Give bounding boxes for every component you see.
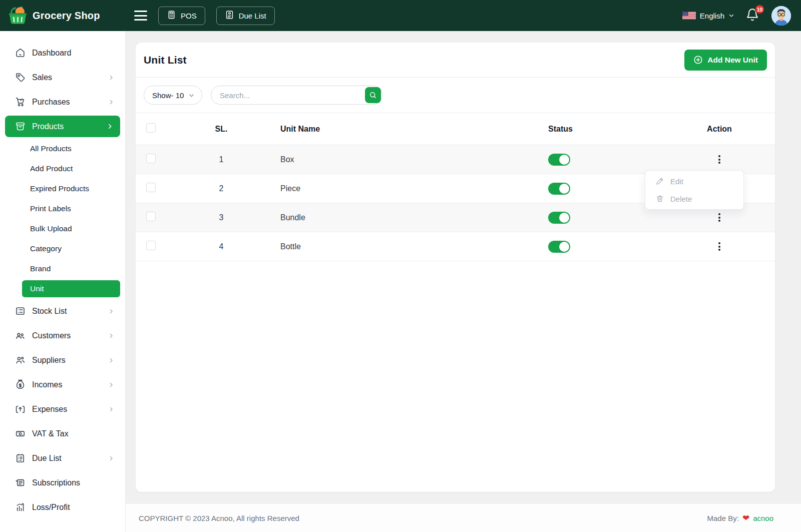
row-sl: 1 (196, 155, 246, 164)
sidebar-item-sales[interactable]: Sales (0, 65, 125, 90)
row-actions-button[interactable] (713, 152, 725, 167)
subitem-label: Bulk Upload (30, 224, 72, 233)
subitem-label: Print Labels (30, 204, 71, 213)
show-entries-select[interactable]: Show- 10 (144, 86, 202, 105)
subitem-label: Expired Products (30, 184, 89, 193)
dashboard-icon (15, 48, 26, 58)
chevron-right-icon (107, 123, 113, 130)
search-input[interactable] (211, 86, 382, 105)
sidebar-item-label: Sales (32, 73, 52, 82)
status-toggle[interactable] (548, 183, 570, 195)
sidebar-item-purchases[interactable]: Purchases (0, 90, 125, 114)
loss-profit-chart-icon (15, 502, 26, 512)
column-header-status: Status (522, 125, 672, 134)
sidebar-item-label: Stock List (32, 307, 67, 316)
sidebar-item-incomes[interactable]: Incomes (0, 372, 125, 397)
sidebar-item-dashboard[interactable]: Dashboard (0, 41, 125, 65)
column-header-unit-name: Unit Name (246, 125, 522, 134)
sidebar-item-products[interactable]: Products (5, 116, 120, 137)
status-toggle[interactable] (548, 241, 570, 253)
customers-icon (15, 330, 26, 341)
hamburger-menu-icon[interactable] (134, 11, 147, 21)
pos-button-label: POS (181, 12, 197, 20)
sidebar-item-subscriptions[interactable]: Subscriptions (0, 470, 125, 495)
add-new-unit-button[interactable]: Add New Unit (684, 50, 767, 71)
pos-button[interactable]: POS (158, 7, 205, 25)
language-selector[interactable]: English (682, 12, 734, 20)
row-checkbox[interactable] (146, 183, 156, 192)
sidebar-item-label: Products (32, 122, 64, 131)
sidebar-subitem-brand[interactable]: Brand (0, 259, 125, 279)
sidebar-subitem-bulk-upload[interactable]: Bulk Upload (0, 219, 125, 239)
copyright-text: COPYRIGHT © 2023 Acnoo, All rights Reser… (139, 514, 299, 522)
user-avatar[interactable] (771, 6, 791, 26)
row-actions-button[interactable] (713, 239, 725, 254)
sidebar-item-customers[interactable]: Customers (0, 323, 125, 348)
pencil-icon (656, 177, 664, 185)
row-checkbox[interactable] (146, 241, 156, 250)
select-all-checkbox[interactable] (146, 123, 156, 133)
sidebar-item-label: Purchases (32, 98, 70, 107)
chevron-right-icon (108, 308, 114, 314)
delete-menu-item[interactable]: Delete (645, 191, 743, 207)
chevron-down-icon (188, 92, 195, 99)
row-checkbox[interactable] (146, 212, 156, 221)
status-toggle[interactable] (548, 212, 570, 224)
sidebar-item-label: Customers (32, 331, 71, 340)
subscriptions-icon (15, 477, 26, 488)
trash-icon (656, 195, 664, 203)
search-button[interactable] (365, 87, 381, 103)
sidebar-subitem-unit[interactable]: Unit (22, 280, 120, 297)
sidebar-subitem-print-labels[interactable]: Print Labels (0, 199, 125, 219)
sidebar-item-label: Subscriptions (32, 478, 80, 487)
sidebar-item-label: Incomes (32, 380, 62, 389)
show-entries-value: Show- 10 (152, 91, 184, 100)
sidebar-item-vat-tax[interactable]: VAT & Tax (0, 421, 125, 446)
row-checkbox[interactable] (146, 154, 156, 163)
column-header-action: Action (672, 125, 767, 134)
sidebar-item-due-list[interactable]: Due List (0, 446, 125, 470)
table-header-row: SL. Unit Name Status Action (136, 113, 775, 145)
chevron-right-icon (108, 75, 114, 81)
row-sl: 2 (196, 184, 246, 193)
sidebar-subitem-expired-products[interactable]: Expired Products (0, 179, 125, 199)
edit-menu-item[interactable]: Edit (645, 173, 743, 189)
subitem-label: Add Product (30, 164, 73, 173)
due-list-button[interactable]: Due List (216, 7, 275, 25)
top-header: Grocery Shop POS Due List (0, 0, 801, 31)
sales-tag-icon (15, 72, 26, 83)
sidebar-item-label: Dashboard (32, 49, 71, 58)
language-label: English (700, 12, 724, 20)
sidebar-item-stock-list[interactable]: Stock List (0, 299, 125, 323)
row-sl: 3 (196, 213, 246, 222)
sidebar-subitem-category[interactable]: Category (0, 239, 125, 259)
made-by-brand-link[interactable]: acnoo (753, 514, 773, 522)
sidebar-item-expenses[interactable]: Expenses (0, 397, 125, 421)
row-action-menu: Edit Delete (645, 170, 744, 210)
sidebar-item-loss-profit[interactable]: Loss/Profit (0, 495, 125, 519)
sidebar-subitem-add-product[interactable]: Add Product (0, 159, 125, 179)
subitem-label: Brand (30, 264, 51, 273)
edit-menu-label: Edit (670, 177, 683, 186)
sidebar-item-label: Due List (32, 454, 62, 463)
brand[interactable]: Grocery Shop (0, 0, 126, 31)
sidebar-item-label: Expenses (32, 405, 67, 414)
notifications-button[interactable]: 10 (745, 8, 760, 23)
sidebar-item-label: VAT & Tax (32, 429, 69, 438)
pos-icon (167, 10, 176, 21)
search-icon (369, 91, 377, 99)
grocery-basket-logo-icon (7, 5, 30, 27)
unit-list-card: Unit List Add New Unit Show- 10 (136, 43, 775, 492)
row-actions-button[interactable] (713, 210, 725, 225)
status-toggle[interactable] (548, 154, 570, 166)
subitem-label: Category (30, 244, 62, 253)
page-footer: COPYRIGHT © 2023 Acnoo, All rights Reser… (126, 504, 801, 532)
incomes-icon (15, 379, 26, 390)
due-list-icon (225, 10, 234, 21)
chevron-right-icon (108, 333, 114, 339)
sidebar-item-suppliers[interactable]: Suppliers (0, 348, 125, 372)
row-unit-name: Piece (246, 184, 522, 193)
subitem-label: All Products (30, 144, 72, 153)
chevron-right-icon (108, 357, 114, 363)
sidebar-subitem-all-products[interactable]: All Products (0, 139, 125, 159)
